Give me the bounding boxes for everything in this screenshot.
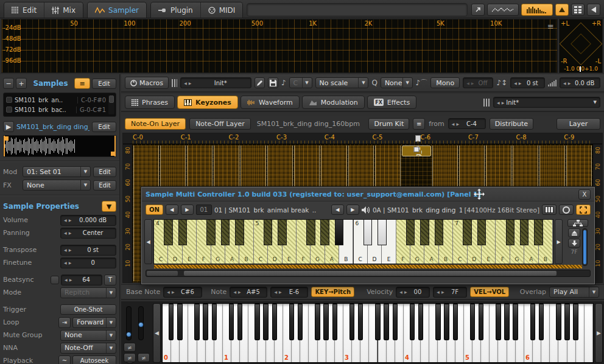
overlap-select[interactable]: Play All▼ <box>549 287 599 298</box>
piano-black-key[interactable] <box>237 304 242 340</box>
waveform-thumbnail[interactable] <box>3 135 116 157</box>
tab-phrases[interactable]: Phrases <box>125 96 175 109</box>
beatsync-tap-button[interactable]: T <box>104 275 116 285</box>
popup-black-key[interactable] <box>463 220 472 245</box>
remove-sample-button[interactable]: − <box>3 78 14 89</box>
tab-mix[interactable]: Mix <box>44 2 83 18</box>
piano-black-key[interactable] <box>435 304 440 340</box>
arrow-right-icon[interactable]: ▶ <box>189 81 192 85</box>
quantize-select[interactable]: None▼ <box>381 77 413 88</box>
arrow-left-icon[interactable]: ◀ <box>514 81 517 85</box>
play-sample-button[interactable]: ▶ <box>3 121 14 132</box>
panning-spinner[interactable]: ◀▶Center <box>60 228 116 239</box>
popup-keyboard-scrollbar[interactable] <box>146 270 591 277</box>
arrow-right-icon[interactable]: ▶ <box>519 81 522 85</box>
velocity-down-button[interactable] <box>568 239 580 248</box>
octave-slider[interactable] <box>138 306 144 340</box>
slider-handle[interactable] <box>583 230 586 264</box>
transpose-spinner[interactable]: ◀▶0 st <box>60 245 116 256</box>
arrow-right-icon[interactable]: ▶ <box>279 290 282 294</box>
piano-black-key[interactable] <box>177 304 182 340</box>
piano-white-key[interactable] <box>585 304 593 362</box>
loop-icon[interactable]: ⇥ <box>58 317 71 328</box>
piano-black-key[interactable] <box>272 304 277 340</box>
velocity-high-spinner[interactable]: ◀▶7F <box>433 287 467 298</box>
distribute-button[interactable]: Distribute <box>490 118 533 130</box>
slider-handle[interactable] <box>126 332 132 337</box>
arrow-left-icon[interactable]: ◀ <box>64 231 67 235</box>
gain-spinner[interactable]: ◀▶0.0 dB <box>560 77 600 88</box>
arrow-left-icon[interactable]: ◀ <box>64 248 67 252</box>
arrow-left-icon[interactable]: ◀ <box>437 290 440 294</box>
arrow-right-icon[interactable]: ▶ <box>69 278 72 282</box>
transpose-spinner[interactable]: ◀▶0 st <box>510 77 545 88</box>
bypass-pan-button[interactable]: ≠ <box>124 353 136 362</box>
arrow-right-icon[interactable]: ▶ <box>568 81 571 85</box>
popup-black-key[interactable] <box>264 220 273 245</box>
next-sample-button[interactable]: ▶ <box>346 205 359 215</box>
scope-view-button[interactable] <box>487 4 519 16</box>
panel-on-button[interactable]: ON <box>146 205 163 215</box>
tab-midi[interactable]: MIDI <box>201 2 243 18</box>
arrow-right-icon[interactable]: ▶ <box>69 248 72 252</box>
scale-select[interactable]: No scale▼ <box>315 77 369 88</box>
piano-black-key[interactable] <box>289 304 294 340</box>
scrollbar-thumb[interactable] <box>109 96 114 103</box>
popup-black-key[interactable] <box>206 220 216 245</box>
glide-spinner[interactable]: ◀▶Off <box>463 77 493 88</box>
arrow-right-icon[interactable]: ▶ <box>456 122 459 126</box>
beatsync-spinner[interactable]: ◀▶64 <box>61 275 102 285</box>
fx-select[interactable]: None▼ <box>23 180 91 191</box>
sample-checkbox[interactable] <box>6 107 12 113</box>
popup-black-key[interactable] <box>306 220 315 245</box>
chevron-down-icon[interactable]: ▼ <box>594 100 597 105</box>
finetune-spinner[interactable]: ◀▶0 <box>60 257 116 268</box>
piano-black-key[interactable] <box>263 304 268 340</box>
waveform-start-marker[interactable] <box>4 136 9 141</box>
mod-select[interactable]: 01: Set 01▼ <box>23 166 91 177</box>
view-presets-button[interactable] <box>571 4 585 16</box>
waveform-end-marker[interactable] <box>111 152 115 156</box>
piano-black-key[interactable] <box>564 304 569 340</box>
piano-black-key[interactable] <box>573 304 578 340</box>
keyzone-preset-spinner[interactable]: ◀▶Init*▼ <box>493 97 600 108</box>
sample-checkbox[interactable] <box>6 97 12 103</box>
save-preset-button[interactable] <box>268 77 278 88</box>
piano-black-key[interactable] <box>556 304 561 340</box>
arrow-right-icon[interactable]: ▶ <box>404 290 407 294</box>
detach-window-button[interactable] <box>471 4 485 16</box>
key-to-pitch-toggle[interactable]: KEY→Pitch <box>311 287 354 297</box>
velocity-low-spinner[interactable]: ◀▶00 <box>396 287 430 298</box>
arrow-right-icon[interactable]: ▶ <box>69 231 72 235</box>
popup-black-key[interactable] <box>221 220 230 245</box>
mod-edit-button[interactable]: Edit <box>93 167 116 177</box>
popup-velocity-slider[interactable] <box>582 228 588 266</box>
velocity-slider[interactable] <box>126 306 132 340</box>
tab-waveform[interactable]: Waveform <box>241 96 300 109</box>
scroll-keyboard-left-button[interactable]: ◀ <box>144 219 152 264</box>
rename-preset-button[interactable] <box>255 77 265 88</box>
piano-black-key[interactable] <box>393 304 398 340</box>
prev-sample-button[interactable]: ◀ <box>331 205 344 215</box>
arrow-right-icon[interactable]: ▶ <box>172 290 175 294</box>
beatsync-checkbox[interactable] <box>51 276 59 284</box>
popup-black-key[interactable] <box>534 220 543 245</box>
current-sample-name[interactable]: SM101_brk_ding ding_1.. <box>16 123 90 131</box>
key-select[interactable]: C▼ <box>289 77 312 88</box>
bypass-velocity-button[interactable]: ≠ <box>124 343 136 352</box>
popup-title-bar[interactable]: Sample Multi Controller 1.0 build 033 (r… <box>142 187 594 201</box>
expand-panel-button[interactable] <box>576 205 591 215</box>
popup-black-key[interactable] <box>235 220 244 245</box>
piano-black-key[interactable] <box>212 304 217 340</box>
arrow-left-icon[interactable]: ◀ <box>274 290 277 294</box>
popup-black-key[interactable] <box>378 220 387 245</box>
arrow-left-icon[interactable]: ◀ <box>466 81 469 85</box>
next-slot-button[interactable]: ▶ <box>181 205 194 215</box>
piano-black-key[interactable] <box>315 304 320 340</box>
piano-black-key[interactable] <box>470 304 475 340</box>
tab-plugin[interactable]: Plugin <box>151 2 201 18</box>
note-off-layer-tab[interactable]: Note-Off Layer <box>189 118 251 130</box>
sample-multi-controller-window[interactable]: Sample Multi Controller 1.0 build 033 (r… <box>141 187 595 284</box>
piano-black-key[interactable] <box>513 304 518 340</box>
instrument-preset-spinner[interactable]: ◀▶Init* <box>180 77 251 88</box>
